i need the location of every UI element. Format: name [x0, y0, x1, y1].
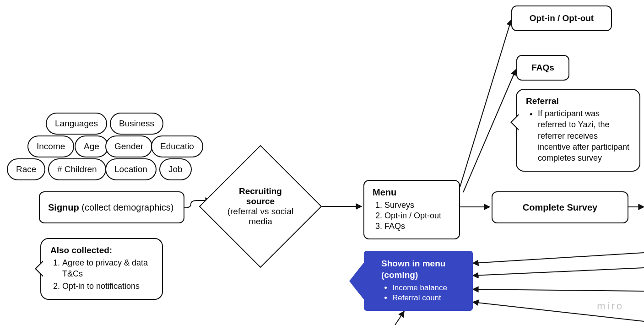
tag-gender: Gender [105, 135, 152, 157]
list-item: FAQs [384, 222, 451, 231]
list-item: Opt-in / Opt-out [384, 211, 451, 221]
recruiting-subtitle: (referral vs social media [225, 206, 296, 227]
shown-in-menu-title-l2: (coming) [381, 270, 418, 280]
menu-list: Surveys Opt-in / Opt-out FAQs [375, 200, 451, 231]
signup-subtitle: (collect demographics) [79, 202, 174, 212]
miro-watermark: miro [597, 300, 624, 312]
tag-label: Race [16, 164, 36, 174]
tag-business: Business [110, 113, 163, 135]
referral-title: Referral [526, 96, 630, 106]
list-item: If participant was referred to Yazi, the… [538, 108, 630, 163]
also-collected-title: Also collected: [50, 245, 153, 255]
tag-income: Income [27, 135, 74, 157]
list-item: Opt-in to notifications [62, 281, 153, 292]
list-item: Surveys [384, 200, 451, 210]
watermark-text: miro [597, 300, 624, 312]
complete-survey-label: Complete Survey [523, 202, 597, 213]
signup-title: Signup [48, 202, 79, 212]
faqs-box: FAQs [516, 55, 569, 81]
referral-note: Referral If participant was referred to … [516, 89, 640, 172]
complete-survey-box: Complete Survey [492, 191, 628, 223]
tag-label: Income [37, 141, 65, 152]
faqs-label: FAQs [531, 63, 554, 73]
tag-label: Educatio [160, 141, 194, 152]
tag-label: # Children [57, 164, 97, 174]
menu-title: Menu [373, 187, 451, 198]
list-item: Income balance [392, 283, 461, 292]
tag-languages: Languages [46, 113, 107, 135]
note-pointer-icon [35, 260, 43, 277]
opt-in-opt-out-box: Opt-in / Opt-out [511, 5, 612, 31]
tag-label: Business [119, 119, 154, 129]
tag-label: Gender [114, 141, 143, 152]
also-collected-note: Also collected: Agree to privacy & data … [40, 238, 163, 300]
also-collected-list: Agree to privacy & data T&Cs Opt-in to n… [53, 257, 153, 292]
list-item: Referral count [392, 293, 461, 303]
tag-label: Job [168, 164, 183, 174]
shown-in-menu-list: Income balance Referral count [385, 283, 461, 303]
callout-pointer-icon [349, 259, 367, 303]
tag-age: Age [75, 135, 108, 157]
recruiting-title: Recruiting source [225, 186, 296, 206]
opt-label: Opt-in / Opt-out [530, 13, 594, 23]
tag-education: Educatio [151, 135, 203, 157]
signup-box: Signup (collect demographics) [39, 191, 184, 223]
referral-list: If participant was referred to Yazi, the… [529, 108, 630, 163]
tag-children: # Children [48, 158, 106, 180]
list-item: Agree to privacy & data T&Cs [62, 257, 153, 280]
tag-label: Languages [55, 119, 98, 129]
tag-race: Race [7, 158, 45, 180]
tag-label: Age [84, 141, 99, 152]
note-pointer-icon [510, 114, 519, 130]
tag-label: Location [114, 164, 147, 174]
recruiting-source-decision: Recruiting source (referral vs social me… [217, 163, 304, 250]
shown-in-menu-callout: Shown in menu (coming) Income balance Re… [364, 251, 473, 311]
menu-box: Menu Surveys Opt-in / Opt-out FAQs [363, 180, 460, 239]
tag-job: Job [159, 158, 192, 180]
shown-in-menu-title-l1: Shown in menu [381, 259, 445, 268]
tag-location: Location [105, 158, 157, 180]
